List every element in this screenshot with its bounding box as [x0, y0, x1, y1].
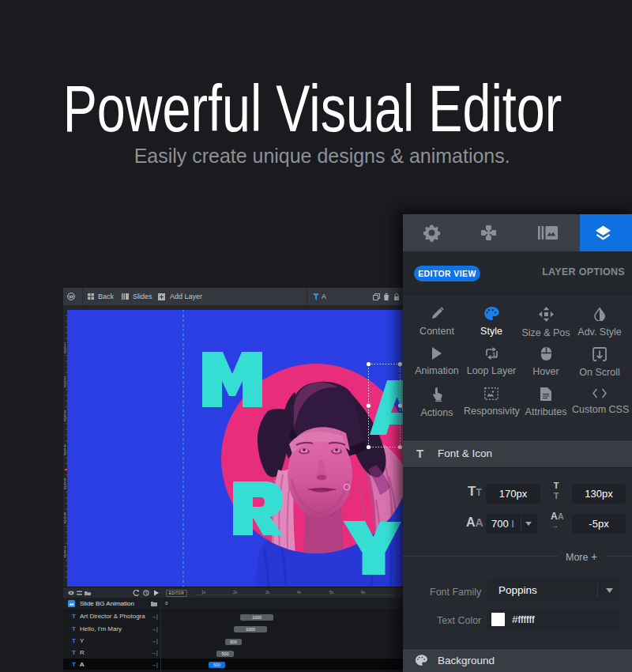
svg-text:1: 1 — [491, 351, 495, 358]
svg-text:0: 0 — [64, 418, 66, 422]
svg-text:0: 0 — [64, 384, 66, 388]
svg-text:0: 0 — [64, 452, 66, 456]
svg-text:0: 0 — [64, 350, 66, 354]
svg-text:0: 0 — [64, 486, 66, 490]
